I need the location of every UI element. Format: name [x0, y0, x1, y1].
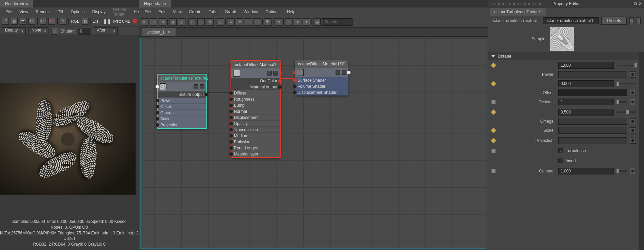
attr-omega[interactable]: Omega — [158, 110, 206, 116]
input-port[interactable] — [156, 99, 159, 102]
channels-icon[interactable]: ◧ — [82, 18, 88, 25]
map-button[interactable] — [630, 99, 636, 105]
attr-round-edges[interactable]: Round edges — [231, 145, 280, 151]
graph-clear-icon[interactable]: ✕ — [206, 18, 214, 26]
solo-material-icon[interactable]: ◉ — [169, 18, 177, 26]
node-output-port[interactable] — [347, 71, 350, 74]
add-graph-tab[interactable]: + — [176, 28, 186, 36]
pe-tab-texture[interactable]: octaneTurbulenceTexture1 — [490, 8, 546, 16]
keyframe-icon[interactable] — [491, 128, 497, 133]
input-port[interactable] — [229, 146, 233, 150]
ipr-stop-icon[interactable]: IPR — [48, 18, 55, 25]
collapse-icon[interactable] — [491, 55, 495, 58]
node-graph[interactable]: octaneTurbulenceTexture1 Texture output … — [140, 38, 486, 249]
render-region-icon[interactable]: ▦ — [11, 18, 18, 25]
attr-normal[interactable]: Normal — [231, 108, 280, 114]
attr-offset[interactable]: Offset — [158, 104, 206, 110]
restore-icon[interactable]: ⧉ — [634, 1, 637, 6]
node-input-port[interactable] — [156, 85, 159, 88]
input-port[interactable] — [156, 123, 159, 127]
node-output-row[interactable]: Material output — [231, 84, 280, 90]
node-name-input[interactable] — [543, 17, 599, 24]
input-port[interactable] — [293, 79, 297, 82]
input-port[interactable] — [156, 111, 159, 114]
input-port[interactable] — [229, 98, 233, 101]
map-button[interactable] — [630, 168, 636, 174]
output-port[interactable] — [278, 79, 282, 83]
beauty-dropdown[interactable]: Beauty — [2, 27, 26, 35]
copy-tab-icon[interactable]: ⎘ — [637, 17, 641, 24]
scrollbar[interactable] — [639, 52, 644, 250]
node-output-row[interactable]: Texture output — [158, 91, 206, 98]
keyframe-icon[interactable] — [491, 63, 497, 68]
node-header[interactable] — [231, 68, 280, 78]
zoom-icon[interactable]: 🔍 — [264, 18, 271, 26]
keyframe-icon[interactable] — [491, 81, 497, 87]
attr-surface-shader[interactable]: Surface Shader — [295, 77, 348, 83]
grid-snap-icon[interactable]: ⊞ — [285, 18, 293, 26]
tab-render-view[interactable]: Render View — [0, 0, 33, 7]
node-input-port[interactable] — [293, 71, 296, 74]
menu-options[interactable]: Options — [67, 8, 88, 16]
show-connected-icon[interactable]: ⋮ — [254, 18, 261, 26]
octaves-slider[interactable] — [617, 101, 627, 103]
node-s-icon[interactable] — [194, 84, 198, 89]
menu-display[interactable]: Display — [89, 8, 109, 16]
offset-input[interactable] — [558, 80, 614, 87]
output-port[interactable] — [205, 93, 208, 96]
menu-file[interactable]: File — [2, 8, 15, 16]
projection-field[interactable] — [558, 137, 627, 144]
attr-material-layer[interactable]: Material layer — [231, 151, 280, 157]
node-header[interactable] — [158, 82, 206, 91]
attr-volume-shader[interactable]: Volume Shader — [295, 83, 348, 89]
omega-color[interactable] — [558, 118, 627, 125]
input-port[interactable] — [229, 122, 233, 125]
node-list-icon[interactable] — [200, 84, 204, 89]
ipr-start-icon[interactable]: IPR — [40, 18, 46, 25]
show-hide-icon[interactable]: ⊡ — [629, 17, 634, 24]
attr-medium[interactable]: Medium — [231, 133, 280, 139]
shutter-input[interactable] — [78, 28, 91, 35]
after-dropdown[interactable]: After — [94, 27, 118, 35]
attr-transmission[interactable]: Transmission — [231, 127, 280, 133]
node-diffuse-material[interactable]: octaneDiffuseMaterial1 Out Color Materia… — [230, 60, 281, 158]
keyframe-icon[interactable] — [491, 100, 496, 104]
gamma-slider[interactable] — [617, 170, 627, 172]
input-port[interactable] — [156, 105, 159, 108]
node-s-icon[interactable] — [336, 70, 340, 75]
close-icon[interactable]: ✕ — [639, 1, 642, 6]
node-s-icon[interactable] — [267, 71, 272, 76]
power-color[interactable] — [558, 71, 627, 78]
hs-menu-view[interactable]: View — [169, 8, 185, 16]
map-button[interactable] — [630, 138, 636, 144]
show-small-icon[interactable]: ☰ — [245, 18, 252, 26]
refresh-icon[interactable]: ⟳ — [60, 18, 66, 25]
menu-ipr[interactable]: IPR — [53, 8, 67, 16]
hs-menu-tabs[interactable]: Tabs — [205, 8, 221, 16]
eye-icon[interactable]: 👁 — [303, 18, 310, 26]
close-tab-icon[interactable]: ✕ — [167, 30, 171, 35]
attr-displacement-shader[interactable]: Displacement Shader — [295, 89, 348, 96]
attr-roughness[interactable]: Roughness — [231, 96, 280, 102]
pause-icon[interactable]: ❚❚ — [103, 19, 111, 24]
input-port[interactable] — [229, 110, 233, 113]
io-connections-icon[interactable]: ⇿ — [150, 18, 157, 26]
scale-field[interactable] — [558, 127, 627, 134]
node-header[interactable] — [295, 68, 348, 77]
keyframe-icon[interactable] — [491, 169, 496, 173]
omega-input[interactable] — [558, 109, 614, 116]
input-port[interactable] — [229, 140, 233, 144]
show-large-icon[interactable]: ≡ — [227, 18, 235, 26]
input-port[interactable] — [293, 85, 297, 88]
input-port[interactable] — [229, 104, 233, 107]
hs-menu-window[interactable]: Window — [240, 8, 262, 16]
hs-menu-help[interactable]: Help — [284, 8, 299, 16]
none-dropdown[interactable]: None — [28, 27, 48, 35]
octaves-input[interactable] — [558, 99, 614, 105]
menu-render[interactable]: Render — [32, 8, 52, 16]
sync-selection-icon[interactable]: ⟲ — [275, 18, 282, 26]
node-list-icon[interactable] — [273, 71, 278, 76]
search-input[interactable] — [322, 18, 353, 26]
omega-slider[interactable] — [617, 111, 636, 113]
graph-remove-icon[interactable]: ∵ — [197, 18, 205, 26]
